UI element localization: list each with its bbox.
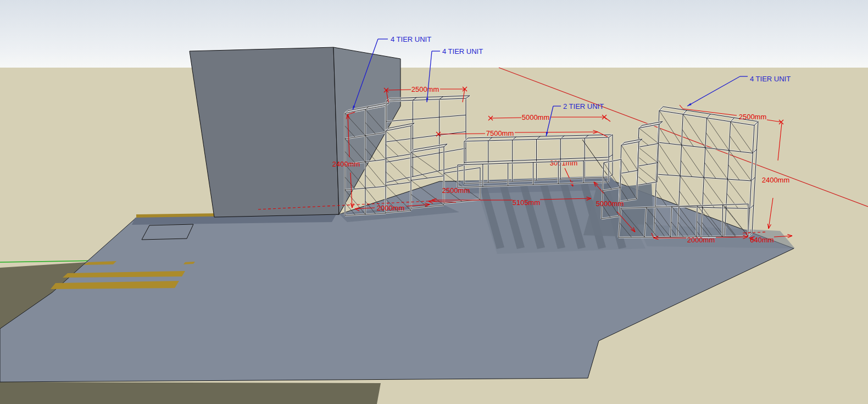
dimension-label[interactable]: 3051mm — [550, 159, 578, 167]
3d-scene-canvas[interactable]: 3051mm 2500mm 5000mm 7500mm 2400mm 2000m… — [0, 0, 868, 404]
dimension-label[interactable]: 5105mm — [513, 198, 541, 207]
bottom-shadow-strip — [0, 382, 381, 404]
dimension-label[interactable]: 2400mm — [762, 176, 790, 184]
dimension-label[interactable]: 2000mm — [377, 204, 405, 212]
dimension-label[interactable]: 2500mm — [411, 85, 439, 93]
building-front-face — [190, 47, 339, 217]
unit-label[interactable]: 2 TIER UNIT — [563, 102, 604, 110]
sky — [0, 0, 868, 68]
dimension-label[interactable]: 5000mm — [522, 113, 550, 121]
unit-label[interactable]: 4 TIER UNIT — [750, 75, 791, 83]
dimension-label[interactable]: 640mm — [750, 236, 774, 244]
dimension-label[interactable]: 2500mm — [739, 113, 767, 121]
dimension-label[interactable]: 5000mm — [596, 200, 624, 208]
unit-label[interactable]: 4 TIER UNIT — [442, 47, 483, 56]
dimension-label[interactable]: 7500mm — [486, 129, 514, 137]
dimension-label[interactable]: 2000mm — [687, 236, 715, 244]
unit-label[interactable]: 4 TIER UNIT — [391, 35, 431, 43]
dimension-label[interactable]: 2400mm — [332, 160, 360, 168]
model-viewport[interactable]: 3051mm 2500mm 5000mm 7500mm 2400mm 2000m… — [0, 0, 868, 404]
dimension-label[interactable]: 2500mm — [442, 186, 470, 195]
